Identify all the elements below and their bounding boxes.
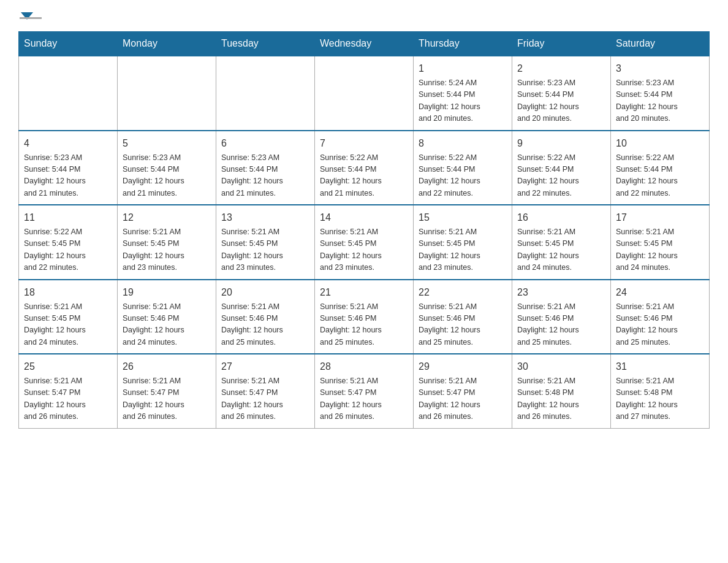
calendar-cell: 10Sunrise: 5:22 AMSunset: 5:44 PMDayligh… [611, 131, 710, 205]
day-info: Sunrise: 5:21 AMSunset: 5:48 PMDaylight:… [517, 375, 605, 423]
page-header [18, 12, 710, 19]
day-info: Sunrise: 5:23 AMSunset: 5:44 PMDaylight:… [24, 152, 112, 200]
calendar-cell [19, 56, 118, 131]
day-header-wednesday: Wednesday [315, 32, 414, 56]
day-info: Sunrise: 5:22 AMSunset: 5:44 PMDaylight:… [616, 152, 704, 200]
calendar-header-row: SundayMondayTuesdayWednesdayThursdayFrid… [19, 32, 710, 56]
calendar-cell: 11Sunrise: 5:22 AMSunset: 5:45 PMDayligh… [19, 205, 118, 280]
day-number: 5 [123, 136, 211, 151]
day-number: 24 [616, 285, 704, 300]
calendar-cell: 2Sunrise: 5:23 AMSunset: 5:44 PMDaylight… [512, 56, 611, 131]
day-number: 17 [616, 210, 704, 225]
calendar-cell: 21Sunrise: 5:21 AMSunset: 5:46 PMDayligh… [315, 280, 414, 354]
day-number: 3 [616, 61, 704, 76]
day-info: Sunrise: 5:21 AMSunset: 5:45 PMDaylight:… [517, 226, 605, 274]
day-number: 29 [419, 359, 507, 374]
day-number: 20 [221, 285, 309, 300]
calendar-cell: 4Sunrise: 5:23 AMSunset: 5:44 PMDaylight… [19, 131, 118, 205]
day-info: Sunrise: 5:24 AMSunset: 5:44 PMDaylight:… [419, 77, 507, 125]
day-info: Sunrise: 5:21 AMSunset: 5:46 PMDaylight:… [616, 301, 704, 349]
day-number: 9 [517, 136, 605, 151]
day-info: Sunrise: 5:21 AMSunset: 5:47 PMDaylight:… [320, 375, 408, 423]
calendar-cell: 26Sunrise: 5:21 AMSunset: 5:47 PMDayligh… [118, 354, 216, 428]
calendar-cell: 20Sunrise: 5:21 AMSunset: 5:46 PMDayligh… [216, 280, 315, 354]
day-number: 2 [517, 61, 605, 76]
day-info: Sunrise: 5:22 AMSunset: 5:44 PMDaylight:… [517, 152, 605, 200]
day-info: Sunrise: 5:21 AMSunset: 5:45 PMDaylight:… [419, 226, 507, 274]
day-number: 4 [24, 136, 112, 151]
calendar-cell: 1Sunrise: 5:24 AMSunset: 5:44 PMDaylight… [414, 56, 512, 131]
day-number: 19 [123, 285, 211, 300]
day-header-saturday: Saturday [611, 32, 710, 56]
day-number: 1 [419, 61, 507, 76]
calendar-cell: 22Sunrise: 5:21 AMSunset: 5:46 PMDayligh… [414, 280, 512, 354]
day-header-monday: Monday [118, 32, 216, 56]
logo [18, 12, 44, 19]
calendar-cell: 17Sunrise: 5:21 AMSunset: 5:45 PMDayligh… [611, 205, 710, 280]
day-info: Sunrise: 5:21 AMSunset: 5:45 PMDaylight:… [24, 301, 112, 349]
week-row-2: 4Sunrise: 5:23 AMSunset: 5:44 PMDaylight… [19, 131, 710, 205]
day-info: Sunrise: 5:21 AMSunset: 5:46 PMDaylight:… [419, 301, 507, 349]
day-info: Sunrise: 5:21 AMSunset: 5:46 PMDaylight:… [221, 301, 309, 349]
day-number: 30 [517, 359, 605, 374]
day-number: 8 [419, 136, 507, 151]
day-info: Sunrise: 5:22 AMSunset: 5:44 PMDaylight:… [419, 152, 507, 200]
day-number: 22 [419, 285, 507, 300]
calendar-cell: 28Sunrise: 5:21 AMSunset: 5:47 PMDayligh… [315, 354, 414, 428]
calendar-cell: 25Sunrise: 5:21 AMSunset: 5:47 PMDayligh… [19, 354, 118, 428]
day-number: 11 [24, 210, 112, 225]
calendar-cell: 5Sunrise: 5:23 AMSunset: 5:44 PMDaylight… [118, 131, 216, 205]
calendar-cell: 3Sunrise: 5:23 AMSunset: 5:44 PMDaylight… [611, 56, 710, 131]
day-info: Sunrise: 5:21 AMSunset: 5:45 PMDaylight:… [320, 226, 408, 274]
calendar-cell: 8Sunrise: 5:22 AMSunset: 5:44 PMDaylight… [414, 131, 512, 205]
day-number: 28 [320, 359, 408, 374]
day-number: 10 [616, 136, 704, 151]
day-info: Sunrise: 5:21 AMSunset: 5:46 PMDaylight:… [517, 301, 605, 349]
day-number: 31 [616, 359, 704, 374]
day-info: Sunrise: 5:21 AMSunset: 5:47 PMDaylight:… [419, 375, 507, 423]
day-number: 21 [320, 285, 408, 300]
calendar-cell: 18Sunrise: 5:21 AMSunset: 5:45 PMDayligh… [19, 280, 118, 354]
day-number: 15 [419, 210, 507, 225]
week-row-1: 1Sunrise: 5:24 AMSunset: 5:44 PMDaylight… [19, 56, 710, 131]
day-info: Sunrise: 5:22 AMSunset: 5:45 PMDaylight:… [24, 226, 112, 274]
day-number: 16 [517, 210, 605, 225]
day-number: 27 [221, 359, 309, 374]
day-info: Sunrise: 5:21 AMSunset: 5:48 PMDaylight:… [616, 375, 704, 423]
calendar-cell: 16Sunrise: 5:21 AMSunset: 5:45 PMDayligh… [512, 205, 611, 280]
day-header-tuesday: Tuesday [216, 32, 315, 56]
day-info: Sunrise: 5:21 AMSunset: 5:46 PMDaylight:… [123, 301, 211, 349]
calendar-cell: 24Sunrise: 5:21 AMSunset: 5:46 PMDayligh… [611, 280, 710, 354]
day-info: Sunrise: 5:21 AMSunset: 5:45 PMDaylight:… [616, 226, 704, 274]
calendar-cell: 19Sunrise: 5:21 AMSunset: 5:46 PMDayligh… [118, 280, 216, 354]
day-number: 23 [517, 285, 605, 300]
calendar-cell: 12Sunrise: 5:21 AMSunset: 5:45 PMDayligh… [118, 205, 216, 280]
calendar-cell: 31Sunrise: 5:21 AMSunset: 5:48 PMDayligh… [611, 354, 710, 428]
week-row-3: 11Sunrise: 5:22 AMSunset: 5:45 PMDayligh… [19, 205, 710, 280]
logo-line-icon [20, 17, 42, 19]
day-info: Sunrise: 5:21 AMSunset: 5:47 PMDaylight:… [24, 375, 112, 423]
week-row-5: 25Sunrise: 5:21 AMSunset: 5:47 PMDayligh… [19, 354, 710, 428]
day-number: 18 [24, 285, 112, 300]
calendar-cell [315, 56, 414, 131]
day-info: Sunrise: 5:21 AMSunset: 5:47 PMDaylight:… [221, 375, 309, 423]
day-header-thursday: Thursday [414, 32, 512, 56]
day-info: Sunrise: 5:23 AMSunset: 5:44 PMDaylight:… [123, 152, 211, 200]
calendar-cell: 29Sunrise: 5:21 AMSunset: 5:47 PMDayligh… [414, 354, 512, 428]
day-number: 6 [221, 136, 309, 151]
day-number: 14 [320, 210, 408, 225]
day-info: Sunrise: 5:21 AMSunset: 5:47 PMDaylight:… [123, 375, 211, 423]
day-info: Sunrise: 5:21 AMSunset: 5:45 PMDaylight:… [123, 226, 211, 274]
calendar-cell: 27Sunrise: 5:21 AMSunset: 5:47 PMDayligh… [216, 354, 315, 428]
day-info: Sunrise: 5:23 AMSunset: 5:44 PMDaylight:… [517, 77, 605, 125]
week-row-4: 18Sunrise: 5:21 AMSunset: 5:45 PMDayligh… [19, 280, 710, 354]
calendar-cell: 9Sunrise: 5:22 AMSunset: 5:44 PMDaylight… [512, 131, 611, 205]
day-number: 7 [320, 136, 408, 151]
calendar-cell [118, 56, 216, 131]
calendar-cell: 6Sunrise: 5:23 AMSunset: 5:44 PMDaylight… [216, 131, 315, 205]
calendar-cell [216, 56, 315, 131]
day-header-sunday: Sunday [19, 32, 118, 56]
calendar-cell: 13Sunrise: 5:21 AMSunset: 5:45 PMDayligh… [216, 205, 315, 280]
day-number: 25 [24, 359, 112, 374]
day-info: Sunrise: 5:23 AMSunset: 5:44 PMDaylight:… [616, 77, 704, 125]
